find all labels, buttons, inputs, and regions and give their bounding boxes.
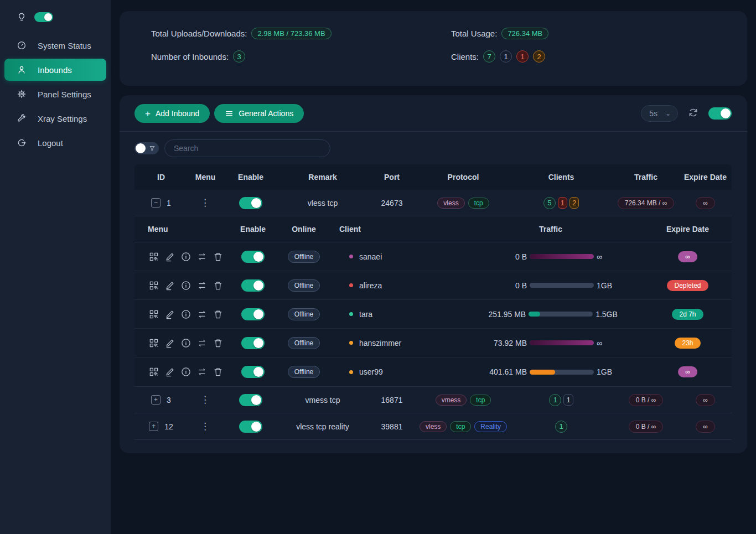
delete-icon[interactable] [212,251,224,263]
clients-label: Clients: [451,52,479,61]
qrcode-icon[interactable] [148,251,160,263]
client-expire-badge: ∞ [678,251,697,262]
toolbar: + Add Inbound General Actions 5s ⌄ [120,104,747,132]
client-enable-toggle[interactable] [241,251,265,263]
reset-traffic-icon[interactable] [196,366,208,378]
id-cell: − 1 [134,198,188,208]
subcol-expire: Expire Date [644,225,732,234]
collapse-button[interactable]: − [151,198,160,208]
client-enable-toggle[interactable] [241,366,265,378]
delete-icon[interactable] [212,337,224,349]
row-menu-button[interactable]: ⋮ [200,198,210,208]
inbound-row: − 1 ⋮ vless tcp 24673 vless tcp 5 1 2 72… [134,190,732,216]
sidebar-item-system-status[interactable]: System Status [4,34,106,56]
search-input[interactable] [164,139,330,157]
user-icon [17,65,27,75]
client-color-dot [349,312,353,316]
clients-subtable: Menu Enable Online Client Traffic Expire… [134,216,732,387]
traffic-bar-fill [529,312,540,317]
sidebar-item-inbounds[interactable]: Inbounds [4,59,106,81]
edit-icon[interactable] [164,251,176,263]
qrcode-icon[interactable] [148,279,160,292]
protocol-badge: tcp [450,421,471,432]
theme-toggle[interactable] [34,12,53,22]
uploads-downloads-label: Total Uploads/Downloads: [151,29,247,38]
clients-depleted-badge: 1 [516,50,529,63]
clients-online-count: 1 [549,394,561,406]
info-icon[interactable] [180,279,192,292]
client-name-cell: alireza [329,281,458,290]
inbound-enable-toggle[interactable] [239,197,262,209]
info-icon[interactable] [180,337,192,349]
client-traffic: 251.95 MB 1.5GB [458,310,644,319]
info-icon[interactable] [180,308,192,320]
inbound-expire-badge: ∞ [696,421,715,433]
delete-icon[interactable] [212,366,224,378]
traffic-limit: ∞ [597,252,617,261]
edit-icon[interactable] [164,308,176,320]
inbound-traffic-badge: 0 B / ∞ [629,421,664,433]
expand-button[interactable]: + [151,395,160,405]
subcol-online: Online [278,225,329,234]
client-name-cell: hanszimmer [329,339,458,348]
client-count-badges: 5 1 2 [510,197,613,209]
inbound-traffic-badge: 726.34 MB / ∞ [618,197,675,209]
traffic-limit: 1GB [597,367,617,376]
inbound-id: 12 [164,422,173,431]
inbound-id: 1 [167,199,171,208]
client-row: Offline alireza 0 B 1GB Depleted [134,271,732,300]
total-usage-stat: Total Usage: 726.34 MB [451,26,548,40]
row-menu-button[interactable]: ⋮ [200,421,210,432]
sidebar-item-xray-settings[interactable]: Xray Settings [4,107,106,129]
traffic-bar [530,283,594,288]
qrcode-icon[interactable] [148,366,160,378]
reset-traffic-icon[interactable] [196,251,208,263]
clients-online-badge: 7 [483,50,495,63]
clients-stat: Clients: 7 1 1 2 [451,49,548,64]
col-remark: Remark [278,173,367,182]
edit-icon[interactable] [164,366,176,378]
clients-total-count: 1 [563,394,573,406]
sidebar-item-logout[interactable]: Logout [4,132,106,154]
client-row: Offline hanszimmer 73.92 MB ∞ 23h [134,329,732,357]
subcol-client: Client [329,225,458,234]
sidebar-item-label: Logout [38,138,63,148]
inbound-row: + 12 ⋮ vless tcp reality 39881 vless tcp… [134,413,732,440]
refresh-interval-select[interactable]: 5s ⌄ [641,105,678,122]
reset-traffic-icon[interactable] [196,279,208,292]
inbound-remark: vless tcp reality [278,422,367,431]
client-name: hanszimmer [359,339,401,348]
add-inbound-button[interactable]: + Add Inbound [134,104,210,123]
client-count-badges: 1 1 [510,394,613,406]
filter-toggle[interactable] [134,142,159,154]
info-icon[interactable] [180,366,192,378]
inbound-enable-toggle[interactable] [239,394,262,406]
reset-traffic-icon[interactable] [196,337,208,349]
qrcode-icon[interactable] [148,337,160,349]
sidebar-item-panel-settings[interactable]: Panel Settings [4,83,106,105]
edit-icon[interactable] [164,279,176,292]
expand-button[interactable]: + [149,422,158,431]
general-actions-button[interactable]: General Actions [214,104,304,123]
reset-traffic-icon[interactable] [196,308,208,320]
toggle-knob [253,281,263,291]
general-actions-label: General Actions [239,109,293,118]
protocol-badges: vmess tcp [417,395,510,406]
client-enable-toggle[interactable] [241,308,265,320]
delete-icon[interactable] [212,308,224,320]
delete-icon[interactable] [212,279,224,292]
inbound-enable-toggle[interactable] [239,421,262,433]
client-enable-toggle[interactable] [241,279,265,292]
client-enable-toggle[interactable] [241,337,265,349]
dashboard-icon [17,40,27,50]
client-traffic: 0 B 1GB [458,281,644,290]
edit-icon[interactable] [164,337,176,349]
client-actions [134,279,227,292]
info-icon[interactable] [180,251,192,263]
refresh-icon[interactable] [688,107,698,120]
auto-refresh-toggle[interactable] [708,107,732,120]
qrcode-icon[interactable] [148,308,160,320]
row-menu-button[interactable]: ⋮ [200,395,210,405]
inbound-expire-badge: ∞ [696,394,715,406]
col-traffic: Traffic [613,173,679,182]
